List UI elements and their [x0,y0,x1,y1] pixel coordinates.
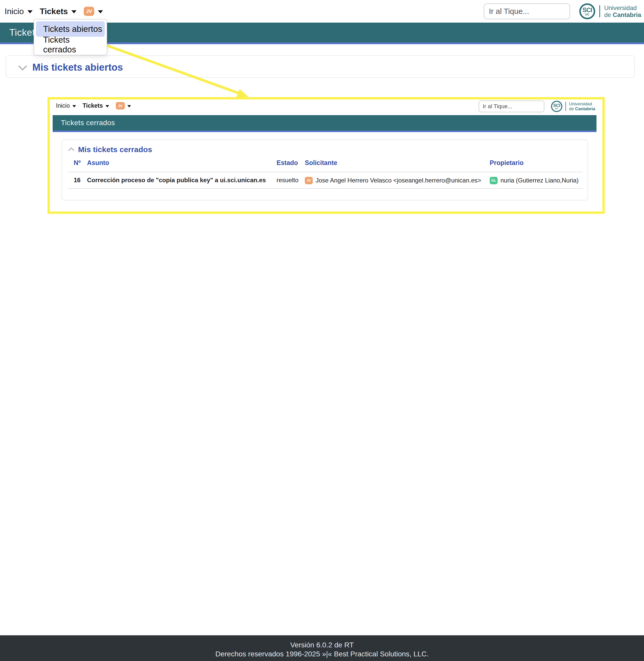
caret-down-icon [27,10,32,13]
logo-divider [566,102,566,111]
inset-page-title: Tickets cerrados [61,119,115,127]
sci-uc-logo: SCI UC Universidad de Cantabria [579,3,641,19]
owner-name: nuria (Gutierrez Liano,Nuria) [501,177,578,184]
sci-uc-logo: SCI UC Universidad de Cantabria [551,101,595,112]
col-header-subject[interactable]: Asunto [87,155,277,172]
ticket-subject-link[interactable]: Corrección proceso de "copia publica key… [87,172,277,189]
user-avatar: JV [116,102,125,109]
ticket-requestor: JV Jose Angel Herrero Velasco <joseangel… [305,177,481,184]
ticket-id-link[interactable]: 16 [68,172,87,189]
footer-version: Versión 6.0.2 de RT [0,635,644,649]
col-header-id[interactable]: Nº [68,155,87,172]
nav-user-menu[interactable]: JV [84,7,103,16]
col-header-owner[interactable]: Propietario [490,155,583,172]
open-tickets-panel: Mis tickets abiertos [6,55,635,78]
inset-screenshot: Inicio Tickets JV SCI UC [47,97,605,214]
caret-down-icon [128,105,131,107]
nav-tickets-label: Tickets [40,7,68,16]
inset-title-accent-line [53,131,597,132]
caret-down-icon [71,10,76,13]
panel-header[interactable]: Mis tickets abiertos [6,56,634,73]
inset-nav-tickets[interactable]: Tickets [83,102,109,109]
requestor-name: Jose Angel Herrero Velasco <joseangel.he… [316,177,481,184]
caret-down-icon [72,105,76,107]
sci-circle-logo: SCI UC [579,3,595,19]
caret-down-icon [98,10,103,13]
logo-text: Universidad de Cantabria [604,4,641,18]
nav-inicio-label: Inicio [5,7,24,16]
goto-ticket-input[interactable] [484,3,570,19]
footer-copyright: Derechos reservados 1996-2025 »|« Best P… [0,649,644,659]
main-nav-tools: SCI UC Universidad de Cantabria [484,0,641,23]
inset-goto-ticket-input[interactable] [479,101,544,112]
inset-navbar-menus: Inicio Tickets JV [56,102,131,109]
footer: Versión 6.0.2 de RT Derechos reservados … [0,635,644,661]
col-header-status[interactable]: Estado [277,155,305,172]
tickets-menu: Tickets abiertos Tickets cerrados [33,19,107,55]
requestor-avatar: JV [305,177,313,184]
menu-item-tickets-cerrados[interactable]: Tickets cerrados [36,37,105,52]
inset-panel-header[interactable]: Mis tickets cerrados [62,140,588,154]
closed-tickets-panel: Mis tickets cerrados Nº Asunto Estado So… [62,139,588,200]
inset-panel-title[interactable]: Mis tickets cerrados [78,145,152,154]
inset-nav-inicio[interactable]: Inicio [56,102,76,109]
inset-navbar-tools: SCI UC Universidad de Cantabria [479,101,595,112]
panel-title[interactable]: Mis tickets abiertos [32,62,123,73]
ticket-owner: GL nuria (Gutierrez Liano,Nuria) [490,177,578,184]
table-row: 16 Corrección proceso de "copia publica … [68,172,583,189]
chevron-up-icon[interactable] [68,147,74,153]
nav-tickets[interactable]: Tickets [40,7,77,16]
user-avatar: JV [84,7,94,16]
caret-down-icon [106,105,109,107]
owner-avatar: GL [490,177,498,184]
nav-inicio[interactable]: Inicio [5,7,32,16]
ticket-status: resuelto [277,172,305,189]
inset-nav-user-menu[interactable]: JV [116,102,131,109]
rt-app: Inicio Tickets JV SCI UC Univers [0,0,644,661]
closed-tickets-table: Nº Asunto Estado Solicitante Propietario… [68,155,583,189]
sci-circle-logo: SCI UC [551,101,562,112]
chevron-down-icon[interactable] [18,62,27,70]
inset-page-title-bar: Tickets cerrados [53,115,597,131]
logo-text: Universidad de Cantabria [569,102,595,111]
menu-item-tickets-abiertos[interactable]: Tickets abiertos [36,21,105,37]
logo-divider [599,5,600,18]
col-header-requestor[interactable]: Solicitante [305,155,490,172]
